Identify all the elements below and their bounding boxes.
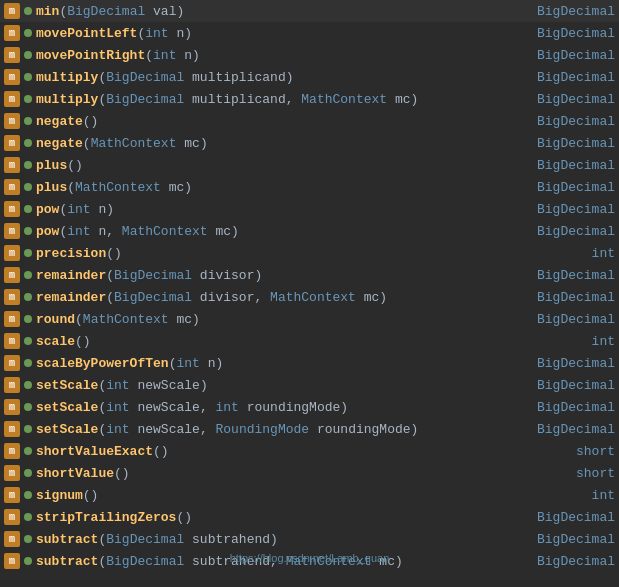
m-icon: m [4, 267, 20, 283]
method-params: () [83, 114, 99, 129]
method-params: (int n) [137, 26, 192, 41]
method-params: (MathContext mc) [75, 312, 200, 327]
method-row[interactable]: mplus(MathContext mc)BigDecimal [0, 176, 619, 198]
method-row[interactable]: mmovePointRight(int n)BigDecimal [0, 44, 619, 66]
green-dot-icon [24, 293, 32, 301]
return-type: BigDecimal [517, 268, 615, 283]
method-name: setScale [36, 422, 98, 437]
method-row[interactable]: msetScale(int newScale, RoundingMode rou… [0, 418, 619, 440]
method-row[interactable]: mpow(int n, MathContext mc)BigDecimal [0, 220, 619, 242]
method-name: movePointRight [36, 48, 145, 63]
green-dot-icon [24, 425, 32, 433]
method-params: () [153, 444, 169, 459]
green-dot-icon [24, 139, 32, 147]
green-dot-icon [24, 73, 32, 81]
m-icon: m [4, 509, 20, 525]
green-dot-icon [24, 51, 32, 59]
method-row[interactable]: mround(MathContext mc)BigDecimal [0, 308, 619, 330]
method-row[interactable]: mremainder(BigDecimal divisor)BigDecimal [0, 264, 619, 286]
method-row[interactable]: msetScale(int newScale)BigDecimal [0, 374, 619, 396]
return-type: BigDecimal [517, 312, 615, 327]
method-params: (BigDecimal divisor, MathContext mc) [106, 290, 387, 305]
green-dot-icon [24, 95, 32, 103]
method-row[interactable]: mpow(int n)BigDecimal [0, 198, 619, 220]
method-params: (int n) [145, 48, 200, 63]
return-type: BigDecimal [517, 26, 615, 41]
green-dot-icon [24, 161, 32, 169]
return-type: short [556, 466, 615, 481]
m-icon: m [4, 113, 20, 129]
method-name: multiply [36, 92, 98, 107]
method-name: setScale [36, 400, 98, 415]
return-type: BigDecimal [517, 290, 615, 305]
method-row[interactable]: mshortValueExact()short [0, 440, 619, 462]
method-name: scaleByPowerOfTen [36, 356, 169, 371]
m-icon: m [4, 135, 20, 151]
return-type: BigDecimal [517, 510, 615, 525]
method-row[interactable]: mnegate()BigDecimal [0, 110, 619, 132]
return-type: BigDecimal [517, 48, 615, 63]
method-row[interactable]: mmovePointLeft(int n)BigDecimal [0, 22, 619, 44]
return-type: BigDecimal [517, 554, 615, 569]
return-type: int [572, 488, 615, 503]
green-dot-icon [24, 557, 32, 565]
method-params: () [67, 158, 83, 173]
method-row[interactable]: mremainder(BigDecimal divisor, MathConte… [0, 286, 619, 308]
m-icon: m [4, 399, 20, 415]
m-icon: m [4, 553, 20, 569]
green-dot-icon [24, 29, 32, 37]
method-row[interactable]: msubtract(BigDecimal subtrahend)BigDecim… [0, 528, 619, 550]
method-name: remainder [36, 268, 106, 283]
method-name: subtract [36, 554, 98, 569]
method-name: multiply [36, 70, 98, 85]
return-type: BigDecimal [517, 532, 615, 547]
m-icon: m [4, 531, 20, 547]
return-type: int [572, 334, 615, 349]
method-name: plus [36, 180, 67, 195]
green-dot-icon [24, 447, 32, 455]
m-icon: m [4, 245, 20, 261]
return-type: short [556, 444, 615, 459]
method-row[interactable]: msetScale(int newScale, int roundingMode… [0, 396, 619, 418]
method-row[interactable]: mmultiply(BigDecimal multiplicand, MathC… [0, 88, 619, 110]
return-type: BigDecimal [517, 378, 615, 393]
method-row[interactable]: mscale()int [0, 330, 619, 352]
method-params: () [114, 466, 130, 481]
method-row[interactable]: mmultiply(BigDecimal multiplicand)BigDec… [0, 66, 619, 88]
method-name: scale [36, 334, 75, 349]
green-dot-icon [24, 469, 32, 477]
return-type: BigDecimal [517, 180, 615, 195]
m-icon: m [4, 355, 20, 371]
method-row[interactable]: mnegate(MathContext mc)BigDecimal [0, 132, 619, 154]
m-icon: m [4, 201, 20, 217]
method-row[interactable]: mprecision()int [0, 242, 619, 264]
method-row[interactable]: msignum()int [0, 484, 619, 506]
method-name: shortValueExact [36, 444, 153, 459]
m-icon: m [4, 377, 20, 393]
method-name: remainder [36, 290, 106, 305]
method-row[interactable]: mplus()BigDecimal [0, 154, 619, 176]
method-row[interactable]: mmin(BigDecimal val)BigDecimal [0, 0, 619, 22]
method-name: min [36, 4, 59, 19]
method-name: stripTrailingZeros [36, 510, 176, 525]
green-dot-icon [24, 205, 32, 213]
m-icon: m [4, 289, 20, 305]
return-type: BigDecimal [517, 224, 615, 239]
method-name: movePointLeft [36, 26, 137, 41]
method-row[interactable]: mshortValue()short [0, 462, 619, 484]
return-type: BigDecimal [517, 70, 615, 85]
green-dot-icon [24, 315, 32, 323]
method-params: (int newScale) [98, 378, 207, 393]
watermark: https://blog.csdn.net/Lamb_quan [230, 552, 390, 564]
method-params: (BigDecimal divisor) [106, 268, 262, 283]
method-params: (BigDecimal multiplicand) [98, 70, 293, 85]
method-params: () [176, 510, 192, 525]
m-icon: m [4, 3, 20, 19]
m-icon: m [4, 421, 20, 437]
m-icon: m [4, 25, 20, 41]
method-name: negate [36, 114, 83, 129]
method-row[interactable]: mstripTrailingZeros()BigDecimal [0, 506, 619, 528]
green-dot-icon [24, 183, 32, 191]
return-type: BigDecimal [517, 92, 615, 107]
method-row[interactable]: mscaleByPowerOfTen(int n)BigDecimal [0, 352, 619, 374]
